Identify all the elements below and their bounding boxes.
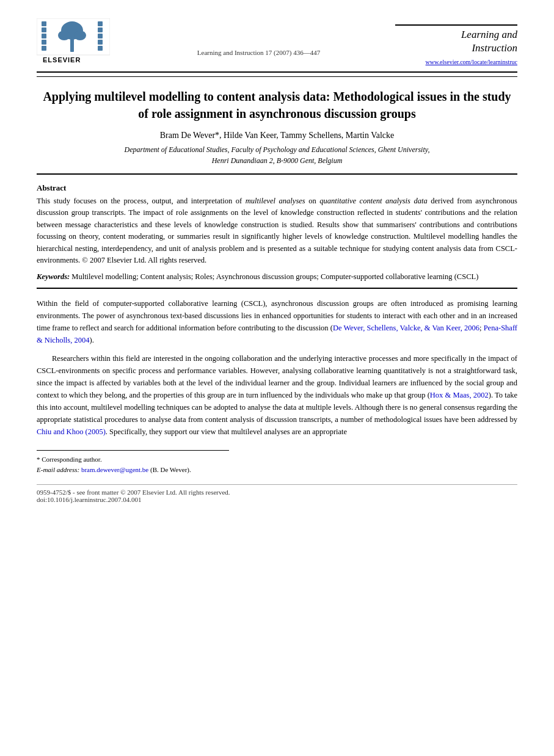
footnote-star-text: * Corresponding author.	[37, 456, 102, 463]
footnote-email-label: E-mail address:	[37, 466, 79, 473]
svg-rect-3	[42, 34, 46, 38]
footnote-corresponding: * Corresponding author.	[37, 454, 517, 465]
keywords-label: Keywords:	[37, 272, 70, 281]
elsevier-logo: ELSEVIER	[37, 18, 110, 64]
abstract-body: This study focuses on the process, outpu…	[37, 195, 517, 266]
abstract-label: Abstract	[37, 183, 517, 193]
title-section: Applying multilevel modelling to content…	[37, 88, 517, 166]
journal-title-line1: Learning and	[461, 29, 517, 40]
svg-rect-10	[98, 21, 103, 26]
ref-chiu-khoo: Chiu and Khoo (2005)	[37, 427, 106, 436]
title-divider	[37, 173, 517, 175]
abstract-italic-2: quantitative content analysis data	[319, 197, 427, 205]
keywords-text: Multilevel modelling; Content analysis; …	[71, 272, 478, 281]
article-title: Applying multilevel modelling to content…	[37, 88, 517, 122]
svg-rect-1	[42, 21, 46, 26]
journal-citation: Learning and Instruction 17 (2007) 436—4…	[122, 18, 395, 56]
authors: Bram De Wever*, Hilde Van Keer, Tammy Sc…	[37, 131, 517, 140]
svg-rect-11	[98, 27, 103, 32]
header-top-rule	[395, 24, 517, 26]
journal-title-area: Learning and Instruction www.elsevier.co…	[395, 18, 517, 65]
svg-rect-12	[98, 34, 103, 38]
footnote-divider	[37, 450, 229, 451]
header-divider-thin	[37, 76, 517, 77]
body-paragraph-1: Within the field of computer-supported c…	[37, 297, 517, 346]
keywords-section: Keywords: Multilevel modelling; Content …	[37, 271, 517, 283]
abstract-divider	[37, 288, 517, 289]
page-header: ELSEVIER Learning and Instruction 17 (20…	[37, 18, 517, 67]
ref-hox-maas: Hox & Maas, 2002	[430, 391, 489, 399]
affiliation: Department of Educational Studies, Facul…	[37, 144, 517, 166]
body-text: Within the field of computer-supported c…	[37, 297, 517, 438]
body-paragraph-2: Researchers within this field are intere…	[37, 352, 517, 438]
svg-text:ELSEVIER: ELSEVIER	[43, 56, 81, 64]
svg-rect-5	[42, 46, 46, 51]
journal-title-header: Learning and Instruction	[395, 28, 517, 55]
affiliation-line1: Department of Educational Studies, Facul…	[125, 145, 430, 154]
elsevier-logo-area: ELSEVIER	[37, 18, 122, 67]
abstract-section: Abstract This study focuses on the proce…	[37, 183, 517, 283]
svg-point-8	[58, 31, 70, 40]
footnote-email-suffix: (B. De Wever).	[150, 466, 191, 473]
svg-rect-4	[42, 40, 46, 45]
bottom-doi: doi:10.1016/j.learninstruc.2007.04.001	[37, 496, 517, 503]
bottom-issn: 0959-4752/$ - see front matter © 2007 El…	[37, 489, 517, 496]
header-divider-thick	[37, 71, 517, 73]
svg-point-9	[74, 31, 86, 40]
svg-rect-14	[98, 46, 103, 51]
abstract-italic-1: multilevel analyses	[246, 197, 305, 205]
footnote-email-address[interactable]: bram.dewever@ugent.be	[81, 466, 148, 473]
journal-title-line2: Instruction	[472, 42, 517, 54]
ref-dewever-2006: De Wever, Schellens, Valcke, & Van Keer,…	[333, 324, 479, 332]
footnote-email-line: E-mail address: bram.dewever@ugent.be (B…	[37, 465, 517, 475]
page: ELSEVIER Learning and Instruction 17 (20…	[0, 0, 554, 756]
journal-citation-text: Learning and Instruction 17 (2007) 436—4…	[197, 49, 320, 56]
footnote-section: * Corresponding author. E-mail address: …	[37, 454, 517, 474]
journal-url-link[interactable]: www.elsevier.com/locate/learninstruc	[395, 59, 517, 65]
bottom-info: 0959-4752/$ - see front matter © 2007 El…	[37, 484, 517, 503]
affiliation-line2: Henri Dunandiaan 2, B-9000 Gent, Belgium	[212, 156, 343, 165]
svg-rect-2	[42, 27, 46, 32]
svg-rect-13	[98, 40, 103, 45]
